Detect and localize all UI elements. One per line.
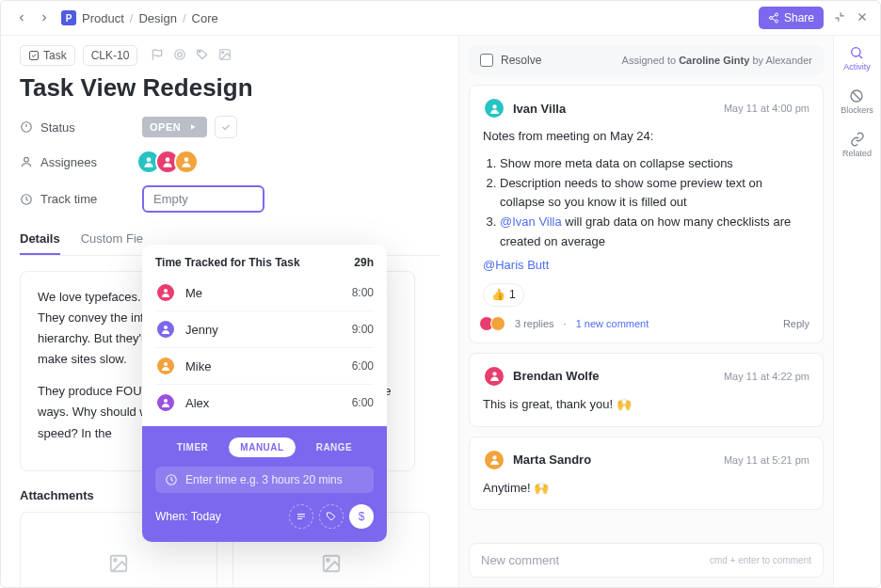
assignment-bar: Resolve Assigned to Caroline Ginty by Al… (469, 45, 824, 75)
task-type-pill[interactable]: Task (20, 45, 75, 66)
svg-line-38 (853, 92, 860, 100)
svg-point-24 (164, 289, 168, 293)
svg-point-23 (327, 559, 329, 562)
avatar (174, 150, 199, 174)
svg-point-10 (200, 51, 201, 53)
svg-point-35 (852, 48, 860, 56)
rail-related[interactable]: Related (842, 132, 872, 158)
svg-point-8 (175, 49, 185, 59)
replies-count[interactable]: 3 replies (515, 318, 554, 329)
svg-marker-14 (191, 124, 196, 129)
time-entry-placeholder: Enter time e.g. 3 hours 20 mins (185, 473, 343, 486)
time-row[interactable]: Mike6:00 (155, 347, 374, 384)
reaction-button[interactable]: 👍 1 (483, 283, 524, 307)
comment-text: This is great, thank you! 🙌 (483, 395, 809, 415)
time-tracked-total: 29h (354, 256, 374, 269)
status-label: Status (40, 120, 75, 135)
time-row-value: 9:00 (352, 323, 374, 336)
crumb-design[interactable]: Design (138, 11, 176, 25)
rail-activity[interactable]: Activity (843, 45, 871, 72)
avatar (155, 392, 176, 413)
time-row-value: 8:00 (352, 286, 374, 299)
comment-date: May 11 at 4:22 pm (724, 371, 809, 382)
flag-icon[interactable] (151, 48, 164, 64)
mode-manual[interactable]: MANUAL (229, 437, 295, 457)
assignee-avatars[interactable] (142, 150, 199, 174)
label-button[interactable] (319, 504, 344, 529)
note-button[interactable] (289, 504, 313, 529)
svg-point-2 (775, 20, 777, 23)
avatar (483, 365, 505, 388)
new-comment-link[interactable]: 1 new comment (576, 318, 649, 329)
close-icon[interactable] (856, 10, 869, 26)
top-bar: P Product/ Design/ Core Share (1, 1, 880, 36)
assigned-to-text: Assigned to Caroline Ginty by Alexander (622, 55, 812, 66)
track-time-field[interactable]: Empty (142, 185, 264, 213)
reply-button[interactable]: Reply (783, 318, 809, 329)
minimize-icon[interactable] (833, 10, 846, 26)
comment-card: Marta Sandro May 11 at 5:21 pm Anytime! … (469, 437, 824, 511)
resolve-checkbox[interactable] (480, 54, 493, 67)
svg-point-32 (492, 104, 496, 108)
time-row[interactable]: Me8:00 (155, 275, 374, 310)
time-tracked-title: Time Tracked for This Task (155, 256, 300, 269)
complete-checkbox[interactable] (215, 116, 237, 138)
svg-line-36 (859, 56, 862, 58)
comment-text: Anytime! 🙌 (483, 479, 809, 499)
new-comment-input[interactable]: New comment cmd + enter to comment (469, 543, 824, 578)
avatar (490, 316, 505, 331)
new-comment-placeholder: New comment (481, 553, 559, 567)
comment-author: Ivan Villa (513, 102, 566, 116)
svg-point-27 (164, 399, 168, 403)
avatar (483, 449, 505, 471)
tab-details[interactable]: Details (20, 224, 60, 255)
time-row-name: Alex (185, 396, 209, 410)
avatar (483, 97, 505, 119)
svg-line-3 (772, 15, 776, 17)
comment-card: Brendan Wolfe May 11 at 4:22 pm This is … (469, 353, 824, 427)
time-row-name: Me (185, 286, 202, 300)
comment-text: Notes from meeting on May 24: (483, 127, 809, 147)
task-title[interactable]: Task View Redesign (20, 73, 440, 103)
svg-point-12 (222, 51, 224, 53)
avatar (155, 356, 176, 376)
svg-point-25 (164, 326, 168, 329)
tag-icon[interactable] (196, 48, 209, 64)
time-row[interactable]: Jenny9:00 (155, 310, 374, 347)
rail-blockers[interactable]: Blockers (841, 88, 873, 115)
nav-back-button[interactable] (12, 8, 31, 27)
mention[interactable]: @Haris Butt (483, 258, 549, 272)
mode-range[interactable]: RANGE (305, 437, 364, 457)
svg-point-17 (166, 157, 170, 162)
mention[interactable]: @Ivan Villa (500, 215, 562, 229)
mode-timer[interactable]: TIMER (166, 437, 220, 457)
assignees-label: Assignees (40, 155, 97, 169)
comment-date: May 11 at 5:21 pm (724, 454, 809, 466)
time-tracking-popover: Time Tracked for This Task 29h Me8:00Jen… (142, 245, 387, 542)
avatar (155, 319, 176, 340)
avatar (155, 282, 176, 303)
comment-list-item: Description needs to show some preview t… (500, 174, 809, 214)
tab-custom-fields[interactable]: Custom Fie (81, 224, 143, 255)
image-icon[interactable] (218, 48, 232, 64)
crumb-product[interactable]: Product (82, 11, 124, 25)
task-id-pill[interactable]: CLK-10 (83, 45, 138, 66)
svg-point-21 (114, 559, 117, 562)
crumb-core[interactable]: Core (192, 11, 218, 25)
time-row-name: Jenny (185, 323, 218, 337)
svg-line-4 (772, 19, 776, 21)
share-button[interactable]: Share (759, 7, 824, 29)
target-icon[interactable] (173, 48, 186, 64)
time-row-name: Mike (185, 359, 211, 373)
when-label[interactable]: When: Today (155, 510, 221, 523)
nav-forward-button[interactable] (35, 8, 54, 27)
svg-point-15 (24, 157, 29, 162)
svg-rect-7 (30, 52, 39, 60)
comment-list-item: @Ivan Villa will grab data on how many c… (500, 213, 809, 252)
time-entry-input[interactable]: Enter time e.g. 3 hours 20 mins (155, 467, 374, 493)
status-badge[interactable]: OPEN (142, 117, 207, 137)
billable-button[interactable]: $ (349, 504, 374, 529)
svg-point-0 (775, 13, 777, 16)
comment-author: Marta Sandro (513, 453, 591, 467)
time-row[interactable]: Alex6:00 (155, 384, 374, 421)
